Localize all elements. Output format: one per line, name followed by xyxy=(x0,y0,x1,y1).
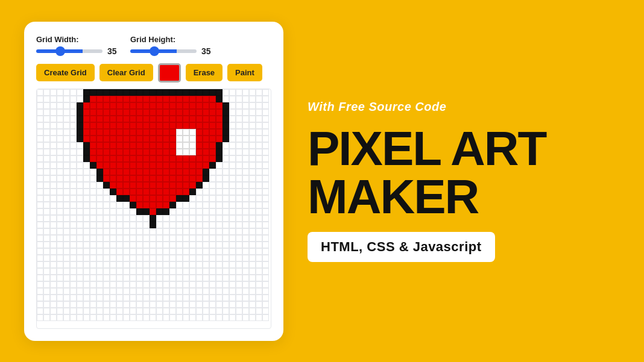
pixel-cell[interactable] xyxy=(57,202,63,208)
pixel-cell[interactable] xyxy=(203,89,209,96)
pixel-cell[interactable] xyxy=(90,142,96,149)
pixel-cell[interactable] xyxy=(110,215,116,222)
pixel-cell[interactable] xyxy=(163,281,169,288)
pixel-cell[interactable] xyxy=(150,89,156,96)
pixel-cell[interactable] xyxy=(123,89,130,96)
pixel-cell[interactable] xyxy=(156,248,163,255)
pixel-cell[interactable] xyxy=(236,228,242,235)
pixel-cell[interactable] xyxy=(256,255,262,261)
pixel-cell[interactable] xyxy=(143,228,150,235)
pixel-cell[interactable] xyxy=(189,301,196,308)
pixel-cell[interactable] xyxy=(256,109,262,116)
pixel-cell[interactable] xyxy=(116,102,123,109)
pixel-cell[interactable] xyxy=(57,122,63,129)
pixel-cell[interactable] xyxy=(110,235,116,242)
pixel-cell[interactable] xyxy=(116,189,123,195)
pixel-cell[interactable] xyxy=(229,149,236,155)
pixel-cell[interactable] xyxy=(249,195,256,202)
pixel-cell[interactable] xyxy=(196,215,203,222)
pixel-cell[interactable] xyxy=(136,122,143,129)
pixel-cell[interactable] xyxy=(209,235,216,242)
pixel-cell[interactable] xyxy=(196,308,203,314)
pixel-cell[interactable] xyxy=(223,109,229,116)
pixel-cell[interactable] xyxy=(96,208,103,215)
pixel-cell[interactable] xyxy=(189,169,196,175)
pixel-cell[interactable] xyxy=(110,222,116,228)
pixel-cell[interactable] xyxy=(163,122,169,129)
pixel-cell[interactable] xyxy=(143,255,150,261)
pixel-cell[interactable] xyxy=(70,182,77,189)
pixel-cell[interactable] xyxy=(143,222,150,228)
pixel-cell[interactable] xyxy=(130,195,136,202)
pixel-cell[interactable] xyxy=(143,109,150,116)
pixel-cell[interactable] xyxy=(249,295,256,301)
pixel-cell[interactable] xyxy=(136,235,143,242)
pixel-cell[interactable] xyxy=(256,169,262,175)
pixel-cell[interactable] xyxy=(176,89,183,96)
pixel-cell[interactable] xyxy=(110,261,116,268)
pixel-cell[interactable] xyxy=(136,208,143,215)
pixel-cell[interactable] xyxy=(242,261,249,268)
pixel-cell[interactable] xyxy=(77,215,83,222)
pixel-cell[interactable] xyxy=(209,295,216,301)
pixel-cell[interactable] xyxy=(242,155,249,162)
pixel-cell[interactable] xyxy=(189,195,196,202)
pixel-cell[interactable] xyxy=(50,122,57,129)
pixel-cell[interactable] xyxy=(77,248,83,255)
pixel-cell[interactable] xyxy=(143,308,150,314)
pixel-cell[interactable] xyxy=(236,149,242,155)
pixel-cell[interactable] xyxy=(203,222,209,228)
pixel-cell[interactable] xyxy=(196,248,203,255)
pixel-cell[interactable] xyxy=(90,208,96,215)
pixel-cell[interactable] xyxy=(196,96,203,102)
pixel-cell[interactable] xyxy=(37,308,43,314)
pixel-cell[interactable] xyxy=(169,261,176,268)
pixel-cell[interactable] xyxy=(96,122,103,129)
pixel-cell[interactable] xyxy=(249,109,256,116)
pixel-cell[interactable] xyxy=(123,314,130,321)
pixel-cell[interactable] xyxy=(242,295,249,301)
pixel-cell[interactable] xyxy=(63,242,70,248)
pixel-cell[interactable] xyxy=(256,281,262,288)
pixel-cell[interactable] xyxy=(176,228,183,235)
pixel-cell[interactable] xyxy=(163,96,169,102)
pixel-cell[interactable] xyxy=(43,149,50,155)
pixel-cell[interactable] xyxy=(223,288,229,295)
pixel-cell[interactable] xyxy=(223,149,229,155)
pixel-cell[interactable] xyxy=(203,242,209,248)
pixel-cell[interactable] xyxy=(229,275,236,281)
pixel-cell[interactable] xyxy=(242,215,249,222)
pixel-cell[interactable] xyxy=(189,268,196,275)
pixel-cell[interactable] xyxy=(50,261,57,268)
pixel-cell[interactable] xyxy=(156,261,163,268)
pixel-cell[interactable] xyxy=(103,96,110,102)
pixel-cell[interactable] xyxy=(176,189,183,195)
pixel-cell[interactable] xyxy=(229,215,236,222)
pixel-cell[interactable] xyxy=(262,195,269,202)
pixel-cell[interactable] xyxy=(189,136,196,142)
pixel-cell[interactable] xyxy=(216,242,223,248)
pixel-cell[interactable] xyxy=(143,314,150,321)
pixel-cell[interactable] xyxy=(103,261,110,268)
pixel-cell[interactable] xyxy=(150,242,156,248)
pixel-cell[interactable] xyxy=(256,242,262,248)
pixel-cell[interactable] xyxy=(223,242,229,248)
pixel-cell[interactable] xyxy=(77,102,83,109)
pixel-cell[interactable] xyxy=(96,175,103,182)
pixel-cell[interactable] xyxy=(156,102,163,109)
pixel-cell[interactable] xyxy=(163,129,169,136)
pixel-cell[interactable] xyxy=(50,182,57,189)
pixel-cell[interactable] xyxy=(262,169,269,175)
pixel-cell[interactable] xyxy=(256,222,262,228)
pixel-cell[interactable] xyxy=(116,96,123,102)
pixel-cell[interactable] xyxy=(256,248,262,255)
pixel-cell[interactable] xyxy=(189,255,196,261)
pixel-cell[interactable] xyxy=(262,162,269,169)
pixel-cell[interactable] xyxy=(203,308,209,314)
pixel-cell[interactable] xyxy=(176,202,183,208)
pixel-grid[interactable] xyxy=(37,89,271,321)
pixel-cell[interactable] xyxy=(156,189,163,195)
pixel-cell[interactable] xyxy=(70,228,77,235)
pixel-cell[interactable] xyxy=(249,215,256,222)
pixel-cell[interactable] xyxy=(37,275,43,281)
